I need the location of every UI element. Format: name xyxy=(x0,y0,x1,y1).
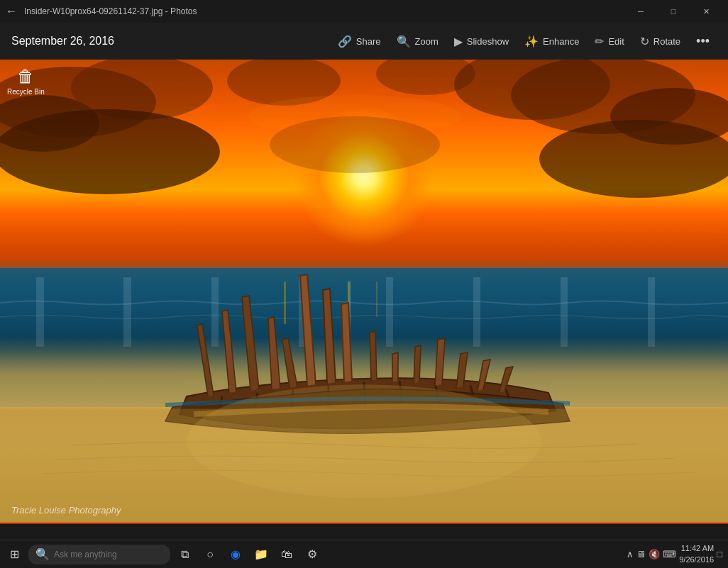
cortana-icon[interactable]: ○ xyxy=(199,540,221,569)
rotate-label: Rotate xyxy=(653,36,680,47)
back-button[interactable]: ← xyxy=(6,5,17,18)
maximize-button[interactable]: □ xyxy=(657,0,690,23)
edit-icon: ✏ xyxy=(595,35,604,48)
zoom-button[interactable]: 🔍 Zoom xyxy=(390,30,446,52)
system-clock[interactable]: 11:42 AM 9/26/2016 xyxy=(679,543,714,565)
search-input[interactable] xyxy=(54,550,153,559)
zoom-label: Zoom xyxy=(415,36,439,47)
taskview-button[interactable]: ⧉ xyxy=(173,540,196,569)
slideshow-icon: ▶ xyxy=(454,35,463,48)
share-button[interactable]: 🔗 Share xyxy=(331,30,388,52)
window-title: Insider-W10prox64-09261142-37.jpg - Phot… xyxy=(24,6,624,16)
enhance-button[interactable]: ✨ Enhance xyxy=(517,30,586,52)
photo-date: September 26, 2016 xyxy=(11,35,328,48)
title-bar: ← Insider-W10prox64-09261142-37.jpg - Ph… xyxy=(0,0,728,23)
close-button[interactable]: ✕ xyxy=(690,0,722,23)
chevron-up-icon[interactable]: ∧ xyxy=(627,549,634,559)
window-controls: ─ □ ✕ xyxy=(624,0,722,23)
slideshow-label: Slideshow xyxy=(467,36,509,47)
settings-icon[interactable]: ⚙ xyxy=(301,540,324,569)
more-button[interactable]: ••• xyxy=(689,30,717,53)
rotate-icon: ↻ xyxy=(640,35,649,48)
photo-viewer: 🗑 Recycle Bin Tracie Louise Photography xyxy=(0,60,728,523)
svg-point-10 xyxy=(539,120,728,198)
edit-button[interactable]: ✏ Edit xyxy=(588,30,631,52)
svg-point-11 xyxy=(270,116,440,173)
taskbar: ⊞ 🔍 ⧉ ○ ◉ 📁 🛍 ⚙ ∧ 🖥 🔇 ⌨ 11:42 AM 9/26/20… xyxy=(0,540,728,568)
share-label: Share xyxy=(356,36,381,47)
sand-reflections xyxy=(0,360,728,523)
slideshow-button[interactable]: ▶ Slideshow xyxy=(447,30,516,52)
search-icon: 🔍 xyxy=(35,547,50,561)
rotate-button[interactable]: ↻ Rotate xyxy=(633,30,688,52)
zoom-icon: 🔍 xyxy=(397,35,411,48)
share-icon: 🔗 xyxy=(338,35,352,48)
photo-credit: Tracie Louise Photography xyxy=(11,505,121,516)
svg-point-16 xyxy=(187,385,541,499)
taskbar-search[interactable]: 🔍 xyxy=(28,545,170,564)
edit-label: Edit xyxy=(608,36,624,47)
photo-canvas: 🗑 Recycle Bin Tracie Louise Photography xyxy=(0,60,728,523)
clock-date: 9/26/2016 xyxy=(679,555,714,565)
volume-icon[interactable]: 🔇 xyxy=(649,549,660,559)
store-icon[interactable]: 🛍 xyxy=(275,540,298,569)
minimize-button[interactable]: ─ xyxy=(624,0,657,23)
keyboard-icon[interactable]: ⌨ xyxy=(663,549,676,559)
start-button[interactable]: ⊞ xyxy=(3,540,26,569)
recycle-bin-label: Recycle Bin xyxy=(7,88,45,96)
toolbar-actions: 🔗 Share 🔍 Zoom ▶ Slideshow ✨ Enhance ✏ E… xyxy=(331,30,717,53)
edge-icon[interactable]: ◉ xyxy=(224,540,247,569)
recycle-bin-icon[interactable]: 🗑 Recycle Bin xyxy=(7,67,45,96)
notifications-icon[interactable]: □ xyxy=(717,549,722,559)
toolbar: September 26, 2016 🔗 Share 🔍 Zoom ▶ Slid… xyxy=(0,23,728,60)
clock-time: 11:42 AM xyxy=(679,543,714,554)
svg-point-9 xyxy=(0,109,220,194)
enhance-label: Enhance xyxy=(543,36,579,47)
taskbar-pinned-icons: ⧉ ○ ◉ 📁 🛍 ⚙ xyxy=(173,540,324,569)
system-tray: ∧ 🖥 🔇 ⌨ 11:42 AM 9/26/2016 □ xyxy=(627,543,725,565)
enhance-icon: ✨ xyxy=(524,35,539,48)
network-icon[interactable]: 🖥 xyxy=(636,549,646,559)
file-explorer-icon[interactable]: 📁 xyxy=(250,540,272,569)
bin-icon: 🗑 xyxy=(17,67,34,87)
